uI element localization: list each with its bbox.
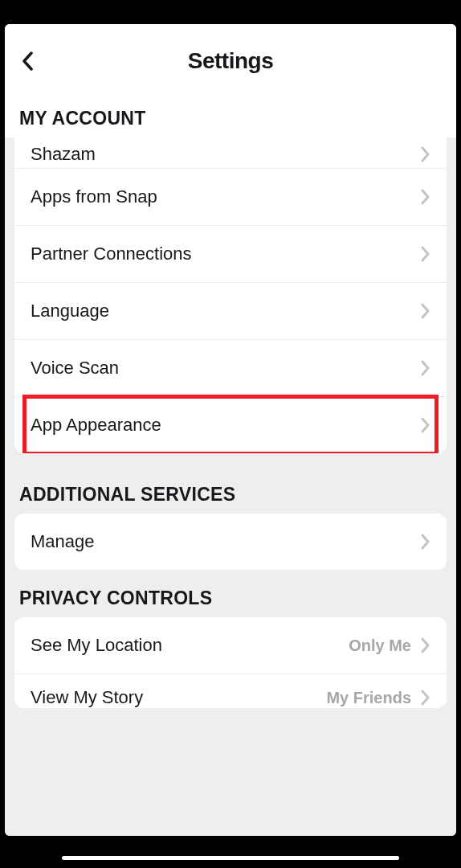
section-header-additional-services: ADDITIONAL SERVICES <box>5 453 456 514</box>
settings-row-view-my-story[interactable]: View My Story My Friends <box>14 674 447 708</box>
chevron-right-icon <box>421 189 430 205</box>
section-header-my-account: MY ACCOUNT <box>5 84 456 137</box>
chevron-right-icon <box>421 246 430 262</box>
settings-screen: Settings MY ACCOUNT Shazam Apps from Sna… <box>5 24 456 836</box>
settings-row-app-appearance[interactable]: App Appearance <box>14 397 447 453</box>
chevron-right-icon <box>421 417 430 433</box>
settings-row-manage[interactable]: Manage <box>14 514 447 570</box>
row-label: Manage <box>31 531 95 552</box>
settings-row-see-my-location[interactable]: See My Location Only Me <box>14 617 447 674</box>
row-label: Apps from Snap <box>31 186 157 207</box>
row-label: App Appearance <box>31 415 161 436</box>
settings-row-apps-from-snap[interactable]: Apps from Snap <box>14 169 447 226</box>
settings-row-voice-scan[interactable]: Voice Scan <box>14 340 447 397</box>
home-indicator[interactable] <box>62 856 399 860</box>
row-label: Language <box>31 301 109 321</box>
my-account-list: Shazam Apps from Snap Partner Connection… <box>14 137 447 453</box>
chevron-right-icon <box>421 690 430 706</box>
content-area: Shazam Apps from Snap Partner Connection… <box>5 137 456 836</box>
chevron-right-icon <box>421 303 430 319</box>
settings-row-partner-connections[interactable]: Partner Connections <box>14 226 447 283</box>
privacy-controls-list: See My Location Only Me View My Story My… <box>14 617 447 708</box>
row-label: Shazam <box>31 144 96 165</box>
page-title: Settings <box>188 48 273 74</box>
chevron-right-icon <box>421 146 430 162</box>
settings-row-language[interactable]: Language <box>14 283 447 340</box>
section-header-privacy-controls: PRIVACY CONTROLS <box>5 570 456 617</box>
row-value: My Friends <box>326 689 411 707</box>
row-label: View My Story <box>31 687 143 708</box>
chevron-right-icon <box>421 637 430 653</box>
row-label: Partner Connections <box>31 244 192 264</box>
back-icon <box>22 51 33 71</box>
back-button[interactable] <box>16 50 39 72</box>
row-label: See My Location <box>31 635 162 656</box>
settings-row-shazam[interactable]: Shazam <box>14 137 447 169</box>
header: Settings <box>5 24 456 84</box>
chevron-right-icon <box>421 534 430 550</box>
row-value: Only Me <box>349 637 411 655</box>
row-label: Voice Scan <box>31 358 119 379</box>
additional-services-list: Manage <box>14 514 447 570</box>
chevron-right-icon <box>421 360 430 376</box>
